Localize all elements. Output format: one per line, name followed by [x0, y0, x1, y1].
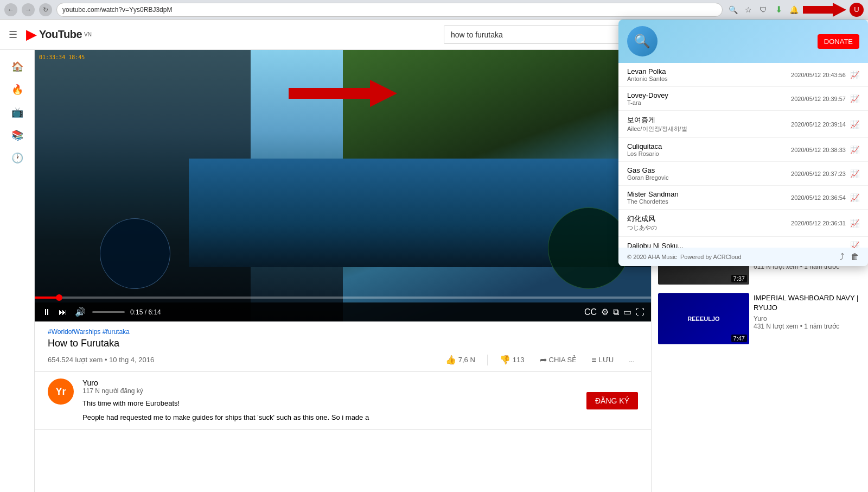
aha-song-info-7: Daijobu Ni Soku...	[627, 242, 846, 248]
channel-avatar[interactable]: Yr	[48, 379, 74, 405]
aha-song-artist-4: Goran Bregovic	[627, 174, 787, 181]
aha-song-date-0: 2020/05/12 20:43:56	[791, 72, 846, 78]
aha-song-6[interactable]: 幻化成风 つじあやの 2020/05/12 20:36:31 📈	[618, 210, 868, 237]
thumbs-down-icon: 👎	[500, 355, 510, 365]
aha-song-graph-icon-6[interactable]: 📈	[850, 219, 859, 228]
aha-copyright: © 2020 AHA Music Powered by ACRCloud	[627, 254, 742, 260]
channel-info: Yr Yuro 117 N người đăng ký This time wi…	[35, 372, 651, 430]
video-views: 654.524 lượt xem • 10 thg 4, 2016	[48, 356, 154, 364]
aha-song-title-5: Mister Sandman	[627, 190, 787, 198]
red-arrow-browser	[803, 2, 846, 18]
aha-song-info-1: Lovey-Dovey T-ara	[627, 91, 787, 106]
shield-icon[interactable]: 🛡	[757, 4, 769, 16]
aha-song-5[interactable]: Mister Sandman The Chordettes 2020/05/12…	[618, 186, 868, 210]
channel-desc-line1: This time with more Eurobeats!	[82, 398, 578, 409]
aha-song-artist-6: つじあやの	[627, 224, 787, 232]
forward-button[interactable]: →	[22, 3, 35, 16]
sidebar-library[interactable]: 📚	[0, 125, 34, 146]
fire-icon: 🔥	[11, 84, 23, 96]
svg-marker-1	[289, 80, 397, 107]
star-icon[interactable]: ☆	[742, 4, 754, 16]
action-divider	[487, 355, 488, 365]
next-button[interactable]: ⏭	[58, 306, 68, 318]
aha-search-icon[interactable]: 🔍	[627, 26, 658, 56]
subtitles-icon[interactable]: CC	[584, 307, 597, 317]
aha-song-info-2: 보여증게 Ailee/이인정/정새하/벌	[627, 115, 787, 133]
save-button[interactable]: ≡ LƯU	[588, 353, 617, 367]
refresh-button[interactable]: ↻	[39, 3, 52, 16]
sidebar: 🏠 🔥 📺 📚 🕐	[0, 50, 35, 492]
notification-icon[interactable]: 🔔	[788, 4, 800, 16]
aha-song-graph-icon-3[interactable]: 📈	[850, 146, 859, 154]
rec-title-4: IMPERIAL WASHBOARD NAVY | RYUJO	[754, 293, 861, 313]
aha-song-title-7: Daijobu Ni Soku...	[627, 242, 846, 248]
rec-channel-4: Yuro	[754, 315, 861, 323]
user-icon[interactable]: U	[850, 3, 864, 17]
search-browser-icon[interactable]: 🔍	[727, 4, 739, 16]
download-icon[interactable]: ⬇	[773, 4, 784, 16]
aha-song-3[interactable]: Culiquitaca Los Rosario 2020/05/12 20:38…	[618, 138, 868, 162]
aha-delete-footer-button[interactable]: 🗑	[851, 252, 859, 262]
video-background: 01:33:34 18:45	[35, 50, 651, 321]
settings-icon[interactable]: ⚙	[601, 307, 609, 317]
aha-song-1[interactable]: Lovey-Dovey T-ara 2020/05/12 20:39:57 📈	[618, 87, 868, 111]
play-pause-button[interactable]: ⏸	[41, 306, 52, 318]
aha-song-graph-icon-5[interactable]: 📈	[850, 193, 859, 202]
aha-song-4[interactable]: Gas Gas Goran Bregovic 2020/05/12 20:37:…	[618, 162, 868, 186]
miniplayer-icon[interactable]: ⧉	[613, 307, 619, 317]
aha-song-date-3: 2020/05/12 20:38:33	[791, 147, 846, 153]
aha-donate-button[interactable]: DONATE	[818, 34, 859, 49]
video-tags[interactable]: #WorldofWarships #furutaka	[48, 328, 638, 336]
sidebar-trending[interactable]: 🔥	[0, 79, 34, 100]
sidebar-history[interactable]: 🕐	[0, 148, 34, 168]
fullscreen-icon[interactable]: ⛶	[636, 307, 644, 317]
url-bar[interactable]: youtube.com/watch?v=Yys0RBJ3dpM	[56, 3, 723, 17]
aha-song-2[interactable]: 보여증게 Ailee/이인정/정새하/벌 2020/05/12 20:39:14…	[618, 111, 868, 138]
theater-icon[interactable]: ▭	[623, 307, 631, 317]
aha-song-graph-icon-1[interactable]: 📈	[850, 94, 859, 103]
browser-bar: ← → ↻ youtube.com/watch?v=Yys0RBJ3dpM 🔍 …	[0, 0, 868, 20]
video-player-container: 01:33:34 18:45 ⏸	[35, 50, 651, 321]
aha-song-title-2: 보여증게	[627, 115, 787, 125]
rec-duration-3: 7:37	[731, 275, 747, 282]
browser-icons: 🔍 ☆ 🛡 ⬇ 🔔 U	[727, 2, 864, 18]
aha-song-title-3: Culiquitaca	[627, 142, 787, 150]
mini-radar	[548, 207, 629, 289]
sidebar-home[interactable]: 🏠	[0, 56, 34, 77]
video-info: #WorldofWarships #furutaka How to Furuta…	[35, 321, 651, 372]
rec-item-4[interactable]: REEEULJO 7:47 IMPERIAL WASHBOARD NAVY | …	[652, 289, 868, 349]
channel-name[interactable]: Yuro	[82, 379, 578, 387]
progress-fill	[35, 297, 59, 299]
video-controls: ⏸ ⏭ 🔊 0:15 / 6:14 CC ⚙ ⧉ ▭ ⛶	[35, 302, 651, 321]
video-title: How to Furutaka	[48, 338, 638, 349]
sidebar-subscriptions[interactable]: 📺	[0, 102, 34, 123]
aha-song-info-3: Culiquitaca Los Rosario	[627, 142, 787, 157]
aha-song-graph-icon-7[interactable]: 📈	[850, 241, 859, 248]
aha-share-footer-button[interactable]: ⤴	[840, 252, 844, 262]
more-button[interactable]: ...	[626, 354, 638, 366]
dislike-button[interactable]: 👎 113	[496, 352, 528, 367]
video-player[interactable]: 01:33:34 18:45 ⏸	[35, 50, 651, 321]
like-button[interactable]: 👍 7,6 N	[442, 352, 478, 367]
aha-song-graph-icon-0[interactable]: 📈	[850, 71, 859, 79]
rec-duration-4: 7:47	[731, 335, 747, 342]
rec-meta-4: 431 N lượt xem • 1 năm trước	[754, 323, 861, 330]
red-arrow-video	[289, 77, 397, 111]
volume-button[interactable]: 🔊	[74, 306, 87, 318]
aha-song-artist-1: T-ara	[627, 99, 787, 106]
volume-slider[interactable]	[92, 311, 125, 313]
aha-song-0[interactable]: Levan Polka Antonio Santos 2020/05/12 20…	[618, 63, 868, 87]
save-icon: ≡	[591, 355, 596, 365]
back-button[interactable]: ←	[4, 3, 17, 16]
subscribe-button[interactable]: ĐĂNG KÝ	[586, 392, 638, 409]
share-button[interactable]: ➦ CHIA SẺ	[537, 352, 580, 367]
progress-bar[interactable]	[35, 297, 651, 299]
aha-song-7[interactable]: Daijobu Ni Soku... 📈	[618, 237, 868, 248]
aha-song-graph-icon-4[interactable]: 📈	[850, 169, 859, 178]
aha-song-title-4: Gas Gas	[627, 166, 787, 174]
share-icon: ➦	[540, 355, 547, 365]
video-actions: 👍 7,6 N 👎 113 ➦ CHIA SẺ ≡ LƯU	[442, 352, 638, 367]
aha-song-graph-icon-2[interactable]: 📈	[850, 120, 859, 129]
youtube-logo[interactable]: ▶ YouTube VN	[26, 26, 92, 43]
menu-icon[interactable]: ☰	[9, 29, 17, 41]
